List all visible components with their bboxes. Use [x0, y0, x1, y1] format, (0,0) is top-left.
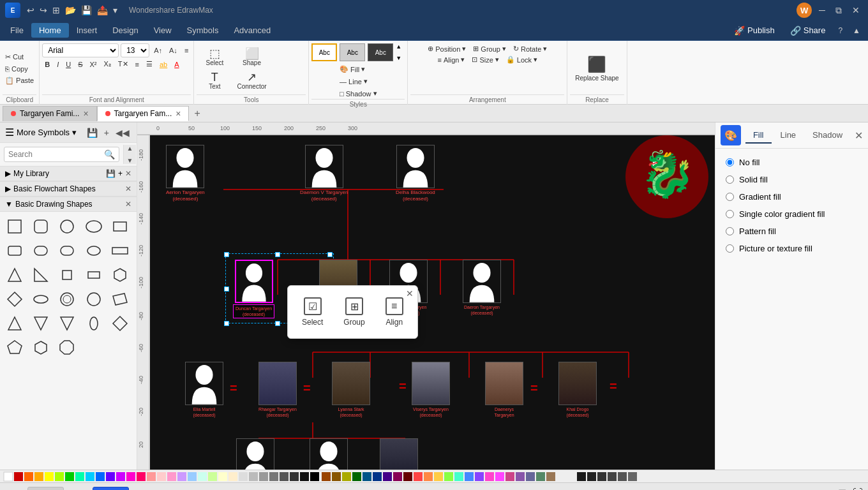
fill-option-gradient[interactable]: Gradient fill	[721, 188, 863, 205]
copy-btn[interactable]: ⎘ Copy	[3, 64, 36, 74]
line-btn[interactable]: ― Line ▾	[337, 76, 379, 87]
add-tab-btn[interactable]: +	[189, 107, 205, 121]
menu-file[interactable]: File	[3, 23, 31, 38]
shape-circle3[interactable]	[83, 288, 105, 310]
node-jon-snow[interactable]: Jon Snow/Aegon Targaryen	[380, 438, 418, 470]
tab-2-close[interactable]: ×	[176, 108, 181, 119]
menu-view[interactable]: View	[146, 23, 179, 38]
lock-btn[interactable]: 🔒 Lock ▾	[504, 54, 540, 65]
size-btn[interactable]: ⊡ Size ▾	[469, 54, 501, 65]
font-select[interactable]: Arial	[42, 43, 119, 57]
export-btn[interactable]: 📤	[96, 4, 109, 17]
sel-handle-bl[interactable]	[224, 321, 229, 326]
shape-oct[interactable]	[56, 337, 78, 359]
font-color-btn[interactable]: A	[172, 59, 181, 70]
tab-1[interactable]: Targaryen Fami... ×	[3, 106, 97, 121]
fill-radio-solid[interactable]	[726, 175, 734, 184]
fill-option-solid[interactable]: Solid fill	[721, 171, 863, 188]
page-nav-left[interactable]: ◀	[19, 488, 26, 491]
flowchart-section[interactable]: ▶ Basic Flowchart Shapes ✕	[0, 181, 137, 197]
position-btn[interactable]: ⊕ Position ▾	[425, 43, 468, 54]
panel-save-icon[interactable]: 💾	[85, 127, 100, 138]
sel-handle-ml[interactable]	[224, 286, 229, 292]
zoom-out-btn[interactable]: ─	[744, 487, 751, 491]
node-aerion[interactable]: Aerion Targaryen(deceased)	[166, 145, 205, 203]
minimize-btn[interactable]: ─	[816, 4, 828, 17]
shape-diamond2[interactable]	[109, 313, 131, 334]
select-tool-btn[interactable]: ⬚ Select	[197, 46, 232, 68]
panel-expand-icon[interactable]: ☰	[5, 126, 14, 138]
shape-ellipse[interactable]	[83, 216, 105, 237]
fill-panel-icon[interactable]: 🎨	[721, 125, 741, 145]
help-btn[interactable]: ?	[833, 26, 848, 35]
shadow-btn[interactable]: □ Shadow ▾	[337, 88, 379, 99]
menu-advanced[interactable]: Advanced	[226, 23, 278, 38]
drawing-section-header[interactable]: ▼ Basic Drawing Shapes ✕	[0, 197, 137, 212]
shape-oval2[interactable]	[83, 313, 105, 334]
underline-btn[interactable]: U	[63, 59, 73, 70]
page-nav-right[interactable]: ▶	[65, 488, 72, 491]
add-page-btn[interactable]: +	[73, 487, 84, 491]
fill-radio-single-gradient[interactable]	[726, 210, 734, 218]
style-sample-1[interactable]: Abc	[311, 43, 337, 61]
node-daenerys[interactable]: DaenerysTargaryen	[485, 362, 523, 418]
popup-group[interactable]: ⊞ Group	[336, 292, 372, 332]
tab-1-close[interactable]: ×	[83, 108, 88, 119]
close-btn[interactable]: ✕	[849, 4, 863, 17]
connector-tool-btn[interactable]: ↗ Connector	[234, 70, 269, 92]
sel-handle-bm[interactable]	[275, 321, 280, 326]
fullscreen-btn[interactable]: ⛶	[853, 487, 863, 491]
subscript-btn[interactable]: X₂	[101, 59, 114, 70]
more-btn[interactable]: ▾	[112, 4, 119, 17]
more-symbols-label[interactable]: More Symbols ▾	[17, 128, 77, 137]
right-panel-close[interactable]: ✕	[855, 130, 863, 142]
paste-btn[interactable]: 📋 Paste	[3, 75, 36, 86]
fill-radio-none[interactable]	[726, 158, 734, 167]
align-btn[interactable]: ≡	[182, 45, 191, 56]
search-icon[interactable]: 🔍	[104, 149, 115, 160]
node-lyanna[interactable]: Lyanna Stark(deceased)	[332, 362, 370, 418]
fill-option-pattern[interactable]: Pattern fill	[721, 223, 863, 240]
library-add-icon[interactable]: +	[118, 169, 123, 178]
page-tab-1[interactable]: Page-1	[27, 487, 64, 491]
cut-btn[interactable]: ✂ Cut	[3, 52, 36, 63]
shape-hex[interactable]	[109, 264, 131, 286]
search-input[interactable]	[8, 150, 104, 159]
menu-insert[interactable]: Insert	[69, 23, 105, 38]
node-rhaenys[interactable]: Rhaenys Targaryen(deceased)	[236, 438, 275, 470]
sel-handle-tm[interactable]	[275, 252, 280, 257]
list2-btn[interactable]: ☰	[144, 59, 155, 70]
shape-rect4[interactable]	[30, 240, 52, 262]
italic-btn[interactable]: I	[54, 59, 61, 70]
shape-rtriangle[interactable]	[30, 264, 52, 286]
text-tool-btn[interactable]: T Text	[197, 70, 232, 92]
flowchart-close-icon[interactable]: ✕	[125, 184, 131, 193]
shape-rect2[interactable]	[109, 216, 131, 237]
tab-2[interactable]: Targaryen Fam... ×	[97, 106, 190, 121]
shape-square[interactable]	[4, 216, 26, 237]
shape-rect-thin[interactable]	[109, 240, 131, 262]
panel-collapse-icon[interactable]: ◀◀	[114, 127, 131, 138]
shape-diamond[interactable]	[4, 288, 26, 310]
redo-btn[interactable]: ↪	[38, 4, 49, 17]
fill-radio-gradient[interactable]	[726, 193, 734, 201]
shape-triangle2[interactable]	[4, 313, 26, 334]
canvas-area[interactable]: 0 50 100 150 200 250 300 -180 -160 -140 …	[137, 122, 715, 470]
fill-radio-pattern[interactable]	[726, 227, 734, 235]
node-rhaegar[interactable]: Rhaegar Targaryen(deceased)	[258, 362, 297, 418]
popup-select[interactable]: ☑ Select	[294, 292, 331, 332]
tab-line[interactable]: Line	[773, 128, 804, 144]
list-btn[interactable]: ≡	[133, 59, 142, 70]
sel-handle-tr[interactable]	[327, 252, 333, 257]
fill-radio-picture[interactable]	[726, 244, 734, 253]
undo-btn[interactable]: ↩	[26, 4, 36, 17]
style-sample-3[interactable]: Abc	[368, 43, 393, 61]
shape-triangle4[interactable]	[56, 313, 78, 334]
menu-home[interactable]: Home	[31, 23, 69, 38]
panel-scroll-btns[interactable]: ▲ ▼	[123, 145, 136, 164]
shape-parallelogram[interactable]	[109, 288, 131, 310]
library-save-icon[interactable]: 💾	[106, 169, 116, 178]
replace-shape-btn[interactable]: ⬛ Replace Shape	[570, 43, 624, 94]
zoom-in-btn[interactable]: +	[808, 487, 814, 491]
node-duncan[interactable]: Duncan Targaryen(deceased)	[233, 260, 274, 318]
